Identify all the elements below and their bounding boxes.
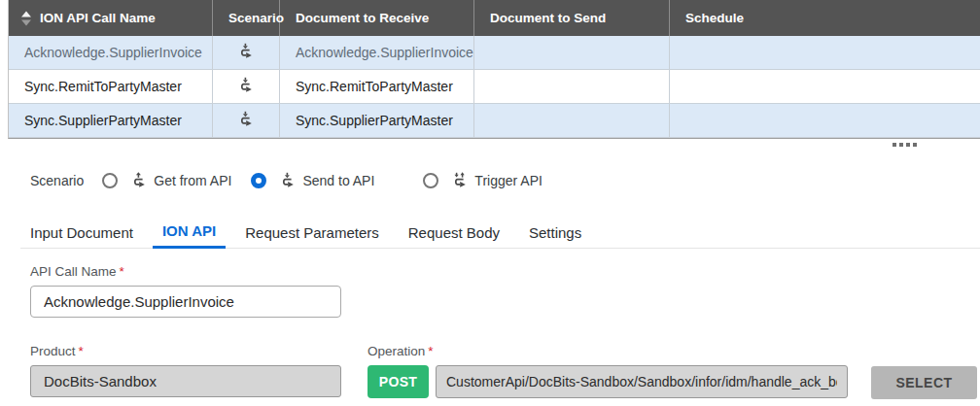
column-header-document-to-send: Document to Send — [474, 0, 670, 36]
cell-scenario — [213, 36, 280, 69]
get-from-api-icon — [130, 172, 148, 189]
cell-scenario — [213, 104, 280, 137]
cell-scenario — [213, 70, 280, 103]
radio-unselected[interactable] — [102, 173, 118, 188]
operation-label: Operation* — [368, 344, 848, 358]
send-to-api-icon — [279, 172, 297, 189]
send-to-api-icon — [237, 111, 255, 131]
table-row[interactable]: Acknowledge.SupplierInvoice Acknowledge.… — [9, 36, 980, 70]
radio-label[interactable]: Send to API — [302, 173, 374, 188]
scenario-group-label: Scenario — [30, 173, 84, 188]
column-header-api-call-name[interactable]: ION API Call Name — [9, 0, 213, 36]
http-method-badge: POST — [368, 365, 429, 398]
api-call-name-label: API Call Name* — [30, 264, 341, 279]
tab-request-parameters[interactable]: Request Parameters — [235, 216, 389, 249]
cell-schedule — [670, 70, 980, 103]
radio-label[interactable]: Get from API — [154, 173, 231, 188]
cell-document-to-send — [474, 70, 670, 103]
operation-field-group: Operation* POST — [368, 344, 848, 398]
product-label: Product* — [30, 344, 341, 358]
column-header-document-to-receive: Document to Receive — [280, 0, 474, 36]
scenario-option-send-to-api[interactable]: Send to API — [251, 172, 374, 189]
cell-api-call-name: Sync.RemitToPartyMaster — [9, 70, 213, 103]
cell-api-call-name: Sync.SupplierPartyMaster — [9, 104, 213, 137]
cell-document-to-send — [474, 104, 670, 137]
tab-settings[interactable]: Settings — [519, 216, 591, 249]
sort-asc-icon — [20, 11, 32, 26]
select-button[interactable]: SELECT — [871, 366, 977, 399]
detail-tabs: Input Document ION API Request Parameter… — [20, 216, 980, 249]
radio-label[interactable]: Trigger API — [474, 173, 542, 188]
cell-schedule — [670, 36, 980, 69]
product-field-group: Product* — [30, 344, 341, 397]
required-marker: * — [79, 344, 84, 358]
operation-path-input — [436, 365, 848, 398]
api-call-name-field-group: API Call Name* — [30, 264, 341, 318]
required-marker: * — [120, 264, 124, 279]
cell-document-to-send — [474, 36, 670, 69]
table-row[interactable]: Sync.SupplierPartyMaster Sync.SupplierPa… — [9, 104, 980, 138]
cell-document-to-receive: Sync.RemitToPartyMaster — [280, 70, 474, 103]
table-header-row: ION API Call Name Scenario Document to R… — [9, 0, 980, 36]
table-resize-handle[interactable] — [892, 143, 917, 147]
tab-request-body[interactable]: Request Body — [399, 216, 509, 249]
column-header-schedule: Schedule — [670, 0, 980, 36]
send-to-api-icon — [237, 77, 255, 97]
api-call-name-input[interactable] — [30, 286, 341, 318]
scenario-radio-group: Scenario Get from API Send to API — [30, 172, 542, 189]
cell-document-to-receive: Acknowledge.SupplierInvoice — [280, 36, 474, 69]
product-input — [30, 365, 341, 397]
radio-unselected[interactable] — [423, 173, 438, 188]
column-header-scenario: Scenario — [213, 0, 280, 36]
table-row[interactable]: Sync.RemitToPartyMaster Sync.RemitToPart… — [9, 70, 980, 104]
cell-document-to-receive: Sync.SupplierPartyMaster — [280, 104, 474, 137]
scenario-option-get-from-api[interactable]: Get from API — [102, 172, 231, 189]
cell-api-call-name: Acknowledge.SupplierInvoice — [9, 36, 213, 69]
send-to-api-icon — [237, 43, 255, 63]
trigger-api-icon — [451, 172, 469, 189]
cell-schedule — [670, 104, 980, 137]
api-calls-table: ION API Call Name Scenario Document to R… — [8, 0, 980, 139]
scenario-option-trigger-api[interactable]: Trigger API — [423, 172, 542, 189]
column-header-label: ION API Call Name — [40, 11, 156, 25]
tab-ion-api[interactable]: ION API — [153, 216, 226, 249]
radio-selected[interactable] — [251, 173, 266, 188]
tab-input-document[interactable]: Input Document — [20, 216, 143, 249]
required-marker: * — [428, 344, 433, 358]
